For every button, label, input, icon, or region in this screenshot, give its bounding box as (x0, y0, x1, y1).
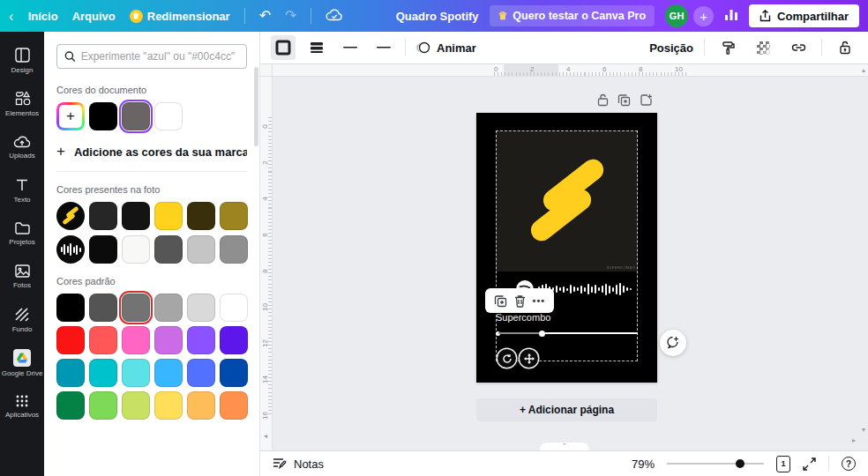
color-swatch[interactable] (122, 102, 150, 130)
scroll-down-icon[interactable]: ▾ (862, 427, 865, 434)
color-swatch[interactable] (187, 235, 215, 264)
duplicate-icon[interactable] (494, 294, 507, 308)
sidebar-item-fundo[interactable]: Fundo (0, 298, 44, 341)
progress-bar[interactable] (496, 329, 638, 338)
color-swatch[interactable] (122, 235, 150, 264)
color-swatch[interactable] (89, 235, 117, 264)
color-swatch[interactable] (154, 235, 183, 264)
color-swatch[interactable] (154, 326, 183, 354)
notes-button[interactable]: Notas (273, 457, 324, 471)
fullscreen-button[interactable] (803, 457, 816, 471)
album-art[interactable]: SUPERCOMBO (496, 130, 638, 271)
color-swatch[interactable] (89, 326, 117, 354)
color-swatch[interactable] (122, 391, 150, 420)
panel-scrollbar[interactable] (254, 67, 258, 146)
line-style-dash-button[interactable] (371, 35, 396, 60)
share-button[interactable]: Compartilhar (749, 4, 859, 27)
scroll-right-icon[interactable]: ▸ (852, 437, 856, 444)
collapse-panel-tab[interactable]: ⌃ (540, 443, 589, 450)
position-button[interactable]: Posição (649, 41, 693, 55)
more-options-icon[interactable]: ••• (533, 295, 546, 306)
border-color-button[interactable] (271, 35, 296, 60)
color-swatch[interactable] (122, 359, 150, 387)
color-swatch[interactable] (89, 359, 117, 387)
scroll-up-icon[interactable]: ▴ (862, 67, 865, 74)
add-comment-button[interactable] (660, 330, 686, 356)
add-member-button[interactable]: + (693, 6, 714, 26)
sidebar-item-google-drive[interactable]: Google Drive (0, 341, 44, 384)
color-swatch[interactable] (56, 294, 85, 322)
scroll-left-icon[interactable]: ◂ (264, 433, 267, 440)
document-title[interactable]: Quadro Spotify (396, 10, 479, 23)
lock-button[interactable] (833, 35, 857, 60)
progress-knob[interactable] (539, 331, 545, 337)
page-indicator[interactable]: 1 (776, 456, 790, 472)
color-swatch[interactable] (154, 391, 183, 420)
logo-image-swatch[interactable] (56, 202, 85, 230)
color-swatch[interactable] (187, 391, 215, 420)
lock-page-icon[interactable] (597, 93, 609, 107)
color-swatch[interactable] (122, 326, 150, 354)
insights-chart-icon[interactable] (724, 9, 738, 24)
color-swatch[interactable] (56, 326, 85, 354)
color-swatch[interactable] (220, 391, 248, 420)
rotate-handle[interactable] (498, 349, 516, 368)
add-page-button[interactable]: + Adicionar página (476, 398, 657, 421)
sidebar-item-design[interactable]: Design (0, 39, 44, 82)
color-swatch[interactable] (220, 326, 248, 354)
color-search-input[interactable] (81, 50, 239, 63)
avatar[interactable]: GH (665, 4, 688, 27)
color-swatch[interactable] (89, 391, 117, 420)
sidebar-item-texto[interactable]: Texto (0, 168, 44, 212)
color-swatch[interactable] (56, 359, 85, 387)
color-swatch[interactable] (89, 202, 117, 230)
move-handle[interactable] (520, 349, 538, 368)
design-page[interactable]: SUPERCOMBO Supercombo (476, 113, 657, 383)
color-swatch[interactable] (187, 294, 215, 322)
color-search[interactable] (56, 44, 247, 69)
transparency-button[interactable] (751, 35, 775, 60)
color-swatch[interactable] (56, 391, 85, 420)
line-style-solid-button[interactable] (338, 35, 363, 60)
zoom-slider-knob[interactable] (736, 459, 745, 468)
border-weight-button[interactable] (304, 35, 329, 60)
zoom-slider[interactable] (667, 458, 764, 469)
sidebar-item-elementos[interactable]: Elementos (0, 82, 44, 125)
color-swatch[interactable] (122, 294, 150, 322)
color-swatch[interactable] (154, 202, 183, 230)
animate-button[interactable]: Animar (415, 41, 476, 55)
color-swatch[interactable] (122, 202, 150, 230)
back-chevron-icon[interactable]: ‹ (9, 9, 14, 24)
color-swatch[interactable] (220, 202, 248, 230)
link-button[interactable] (786, 35, 811, 60)
add-color-button[interactable]: + (56, 102, 85, 130)
brand-kit-cta[interactable]: + Adicione as cores da sua marca no Kit … (56, 143, 247, 160)
color-swatch[interactable] (220, 235, 248, 264)
track-title[interactable]: Supercombo (496, 312, 550, 323)
duplicate-page-icon[interactable] (617, 93, 631, 107)
sidebar-item-projetos[interactable]: Projetos (0, 212, 44, 255)
color-swatch[interactable] (220, 359, 248, 387)
delete-icon[interactable] (514, 294, 526, 308)
color-swatch[interactable] (187, 359, 215, 387)
resize-menu[interactable]: ♛ Redimensionar (130, 10, 230, 23)
undo-icon[interactable]: ↶ (259, 9, 271, 23)
copy-style-button[interactable] (715, 35, 740, 60)
try-pro-button[interactable]: ♛ Quero testar o Canva Pro (490, 5, 655, 26)
add-page-icon[interactable] (640, 93, 653, 107)
file-menu[interactable]: Arquivo (72, 10, 116, 23)
color-swatch[interactable] (187, 202, 215, 230)
color-swatch[interactable] (89, 294, 117, 322)
color-swatch[interactable] (187, 326, 215, 354)
color-swatch[interactable] (220, 294, 248, 322)
color-swatch[interactable] (154, 294, 183, 322)
sidebar-item-uploads[interactable]: Uploads (0, 125, 44, 168)
color-swatch[interactable] (89, 102, 117, 130)
color-swatch[interactable] (154, 359, 183, 387)
sidebar-item-aplicativos[interactable]: Aplicativos (0, 384, 44, 428)
sidebar-item-fotos[interactable]: Fotos (0, 255, 44, 298)
waveform-image-swatch[interactable] (56, 235, 85, 264)
color-swatch[interactable] (154, 102, 183, 130)
home-menu[interactable]: Início (28, 10, 58, 23)
help-button[interactable]: ? (842, 457, 856, 471)
